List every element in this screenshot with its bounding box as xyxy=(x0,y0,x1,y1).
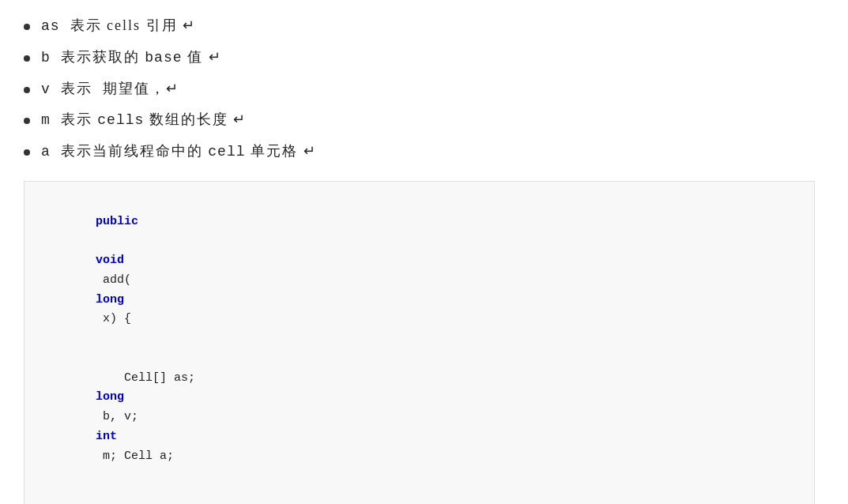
list-item-a: a 表示当前线程命中的 cell 单元格 ↵ xyxy=(24,140,824,164)
bullet-content-as: as 表示 cells 引用 ↵ xyxy=(41,14,196,38)
code-m: m xyxy=(41,112,51,128)
keyword-long: long xyxy=(96,293,124,307)
code-section: public void add( long x) { Cell[] as; lo… xyxy=(24,181,815,504)
code-line-3: if ( (as = cells) != null || ! casBase (… xyxy=(39,486,800,504)
list-item-m: m 表示 cells 数组的长度 ↵ xyxy=(24,108,824,132)
list-item-v: v 表示 期望值，↵ xyxy=(24,77,824,101)
keyword-int: int xyxy=(96,430,117,443)
list-item-b: b 表示获取的 base 值 ↵ xyxy=(24,46,824,70)
bullet-dot xyxy=(24,149,30,156)
code-b: b xyxy=(41,50,51,66)
code-line-1: public void add( long x) { xyxy=(39,193,800,349)
bullet-content-m: m 表示 cells 数组的长度 ↵ xyxy=(41,108,247,132)
bullet-content-b: b 表示获取的 base 值 ↵ xyxy=(41,46,222,70)
bullet-content-a: a 表示当前线程命中的 cell 单元格 ↵ xyxy=(41,140,317,164)
bullet-content-v: v 表示 期望值，↵ xyxy=(41,77,179,101)
code-as: as xyxy=(41,18,60,34)
bullet-dot xyxy=(24,87,30,93)
code-a: a xyxy=(41,144,51,160)
keyword-void: void xyxy=(96,254,124,267)
bullet-dot xyxy=(24,24,30,30)
list-item-as: as 表示 cells 引用 ↵ xyxy=(24,14,824,38)
code-line-2: Cell[] as; long b, v; int m; Cell a; xyxy=(39,349,800,486)
code-v: v xyxy=(41,81,51,97)
bullet-dot xyxy=(24,118,30,124)
keyword-long2: long xyxy=(96,390,124,404)
code-block: public void add( long x) { Cell[] as; lo… xyxy=(24,181,815,504)
bullet-dot xyxy=(24,55,30,62)
bullet-list: as 表示 cells 引用 ↵ b 表示获取的 base 值 ↵ v 表示 期… xyxy=(24,14,824,164)
keyword-public: public xyxy=(96,215,138,228)
main-container: as 表示 cells 引用 ↵ b 表示获取的 base 值 ↵ v 表示 期… xyxy=(0,0,848,504)
